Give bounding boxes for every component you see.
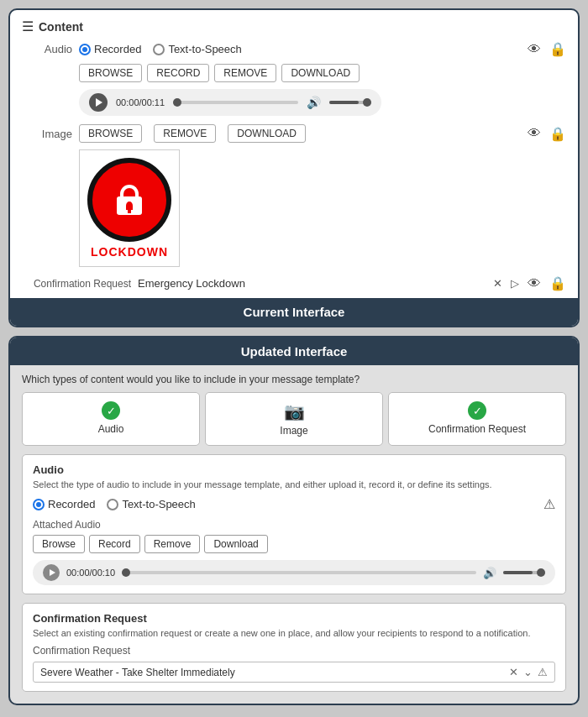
image-lock-icon[interactable]: 🔒 <box>549 126 566 142</box>
audio-row: Audio Recorded Text-to-Speech 👁 🔒 <box>22 41 566 57</box>
image-row-icons: 👁 🔒 <box>528 126 566 142</box>
updated-audio-time: 00:00/00:10 <box>66 568 115 578</box>
audio-section-box: Audio Select the type of audio to includ… <box>22 454 566 594</box>
updated-radio-recorded-circle[interactable] <box>33 499 45 510</box>
radio-recorded-option[interactable]: Recorded <box>79 43 141 55</box>
audio-player: 00:00/00:11 🔊 <box>79 89 381 116</box>
updated-radio-tts-circle[interactable] <box>107 499 118 510</box>
remove-button[interactable]: REMOVE <box>214 64 276 82</box>
updated-remove-button[interactable]: Remove <box>144 535 201 553</box>
volume-fill <box>329 101 359 104</box>
confirmation-section-desc: Select an existing confirmation request … <box>33 628 555 638</box>
image-card-label: Image <box>280 425 307 437</box>
confirmation-row: Confirmation Request Emergency Lockdown … <box>22 275 566 291</box>
hamburger-icon: ☰ <box>22 18 34 34</box>
lockdown-text: LOCKDOWN <box>91 245 168 259</box>
confirmation-check-icon: ✓ <box>468 401 486 420</box>
updated-browse-button[interactable]: Browse <box>33 535 85 553</box>
updated-question: Which types of content would you like to… <box>22 374 566 385</box>
volume-dot <box>363 98 371 107</box>
panel-title: Content <box>39 20 83 34</box>
current-banner: Current Interface <box>10 298 578 326</box>
updated-radio-recorded-label: Recorded <box>48 498 95 510</box>
audio-radio-group: Recorded Text-to-Speech <box>79 43 242 55</box>
updated-download-button[interactable]: Download <box>204 535 267 553</box>
conf-input-close-icon[interactable]: ✕ <box>509 666 518 678</box>
confirmation-card-label: Confirmation Request <box>428 423 526 435</box>
confirmation-value: Emergency Lockdown <box>138 277 486 290</box>
conf-lock-icon[interactable]: 🔒 <box>549 275 566 291</box>
panel-header: ☰ Content <box>22 18 566 34</box>
audio-section-desc: Select the type of audio to include in y… <box>33 479 555 489</box>
updated-play-button[interactable] <box>43 564 60 581</box>
image-download-button[interactable]: DOWNLOAD <box>228 124 306 143</box>
audio-time: 00:00/00:11 <box>116 97 165 107</box>
radio-tts-label: Text-to-Speech <box>168 43 241 55</box>
updated-panel: Updated Interface Which types of content… <box>8 336 580 705</box>
lock-body <box>117 196 142 215</box>
volume-bar[interactable] <box>329 101 371 104</box>
image-card-icon: 📷 <box>284 401 305 421</box>
attached-audio-label: Attached Audio <box>33 519 555 531</box>
conf-input-icons: ✕ ⌄ ⚠ <box>509 666 548 678</box>
conf-input-down-icon[interactable]: ⌄ <box>523 666 533 678</box>
lock-icon[interactable]: 🔒 <box>549 41 566 57</box>
audio-progress-bar[interactable] <box>173 101 298 104</box>
confirmation-section-box: Confirmation Request Select an existing … <box>22 603 566 692</box>
lock-graphic <box>117 185 142 215</box>
image-card[interactable]: 📷 Image <box>205 392 383 446</box>
confirmation-card[interactable]: ✓ Confirmation Request <box>388 392 566 446</box>
content-type-row: ✓ Audio 📷 Image ✓ Confirmation Request <box>22 392 566 446</box>
image-eye-icon[interactable]: 👁 <box>528 126 541 141</box>
download-button[interactable]: DOWNLOAD <box>281 64 360 82</box>
conf-input-text: Severe Weather - Take Shelter Immediatel… <box>40 667 506 678</box>
eye-icon[interactable]: 👁 <box>528 42 541 57</box>
image-remove-button[interactable]: REMOVE <box>154 124 216 143</box>
radio-tts-option[interactable]: Text-to-Speech <box>153 43 241 55</box>
volume-icon: 🔊 <box>307 96 321 109</box>
conf-arrow-icon[interactable]: ▷ <box>511 277 519 290</box>
updated-radio-tts[interactable]: Text-to-Speech <box>107 498 195 510</box>
updated-volume-fill <box>503 571 533 574</box>
lockdown-image: LOCKDOWN <box>79 149 180 267</box>
audio-btn-row: BROWSE RECORD REMOVE DOWNLOAD <box>79 64 566 82</box>
browse-button[interactable]: BROWSE <box>79 64 142 82</box>
updated-record-icon[interactable]: ⚠ <box>543 496 555 512</box>
updated-progress-dot <box>122 568 130 577</box>
updated-radio-recorded[interactable]: Recorded <box>33 498 95 510</box>
updated-record-button[interactable]: Record <box>89 535 140 553</box>
updated-volume-bar[interactable] <box>503 571 545 574</box>
updated-audio-radio-row: Recorded Text-to-Speech ⚠ <box>33 496 555 512</box>
updated-vol-dot <box>537 568 545 577</box>
audio-section-title: Audio <box>33 463 555 476</box>
play-button[interactable] <box>89 93 108 112</box>
conf-close-icon[interactable]: ✕ <box>493 277 502 290</box>
audio-progress-dot <box>173 98 181 107</box>
audio-check-icon: ✓ <box>102 401 120 420</box>
conf-eye-icon[interactable]: 👁 <box>528 276 541 291</box>
audio-label: Audio <box>22 43 72 55</box>
current-panel: ☰ Content Audio Recorded Text-to-Speech … <box>8 8 580 327</box>
image-row: Image BROWSE REMOVE DOWNLOAD 👁 🔒 <box>22 124 566 143</box>
audio-row-icons: 👁 🔒 <box>528 41 566 57</box>
confirmation-row-icons: ✕ ▷ 👁 🔒 <box>493 275 566 291</box>
updated-body: Which types of content would you like to… <box>10 365 578 704</box>
image-browse-button[interactable]: BROWSE <box>79 124 142 143</box>
record-button[interactable]: RECORD <box>147 64 209 82</box>
updated-radio-tts-label: Text-to-Speech <box>122 498 195 510</box>
radio-recorded-circle[interactable] <box>79 44 91 55</box>
updated-progress-bar[interactable] <box>122 571 476 574</box>
image-btn-group: BROWSE REMOVE DOWNLOAD <box>79 124 306 143</box>
audio-card[interactable]: ✓ Audio <box>22 392 200 446</box>
audio-card-label: Audio <box>98 423 124 435</box>
updated-volume-icon: 🔊 <box>483 567 496 579</box>
conf-input-row[interactable]: Severe Weather - Take Shelter Immediatel… <box>33 662 555 683</box>
radio-recorded-label: Recorded <box>94 43 141 55</box>
updated-banner: Updated Interface <box>10 338 578 365</box>
conf-input-external-icon[interactable]: ⚠ <box>538 666 548 678</box>
confirmation-label: Confirmation Request <box>22 278 131 290</box>
radio-tts-circle[interactable] <box>153 44 165 55</box>
confirmation-section-title: Confirmation Request <box>33 612 555 625</box>
lockdown-circle <box>87 158 171 242</box>
updated-audio-btn-row: Browse Record Remove Download <box>33 535 555 553</box>
